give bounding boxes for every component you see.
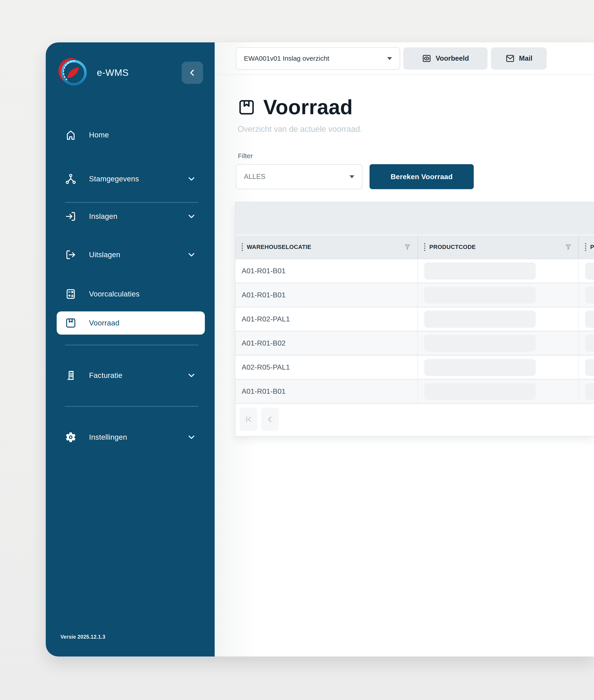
stock-table: WAREHOUSELOCATIE PRODUCTCODE PR A01-R01- — [235, 202, 594, 436]
table-pagination — [235, 403, 594, 435]
table-row[interactable]: A01-R01-B02 — [235, 331, 594, 355]
preview-button[interactable]: Voorbeeld — [403, 47, 488, 70]
sidebar-item-voorcalculaties[interactable]: Voorcalculaties — [46, 287, 214, 302]
table-row[interactable]: A01-R01-B01 — [235, 258, 594, 283]
filter-select[interactable]: ALLES — [236, 164, 362, 189]
warehouse-location-cell: A01-R01-B02 — [242, 339, 286, 347]
chevron-down-icon — [187, 174, 196, 183]
sidebar-item-label: Inslagen — [89, 212, 118, 221]
sidebar-item-facturatie[interactable]: Facturatie — [46, 368, 214, 383]
chevron-down-icon — [187, 433, 196, 442]
sidebar-item-uitslagen[interactable]: Uitslagen — [46, 247, 214, 262]
mail-button-label: Mail — [519, 55, 532, 63]
table-row[interactable]: A02-R05-PAL1 — [235, 355, 594, 379]
eye-preview-icon — [422, 54, 432, 63]
warehouse-location-cell: A01-R02-PAL1 — [242, 315, 290, 323]
sidebar-item-label: Voorraad — [89, 319, 120, 327]
sidebar-item-voorraad[interactable]: Voorraad — [57, 311, 205, 335]
redacted-cell — [585, 359, 594, 376]
chevron-down-icon — [187, 250, 196, 259]
redacted-productcode-cell — [424, 311, 536, 328]
brand-title: e-WMS — [97, 67, 129, 78]
caret-down-icon — [350, 175, 354, 178]
page-title: Voorraad — [263, 96, 353, 119]
table-header-row: WAREHOUSELOCATIE PRODUCTCODE PR — [235, 235, 594, 258]
mail-button[interactable]: Mail — [491, 47, 547, 70]
box-icon — [65, 317, 76, 329]
sidebar-item-inslagen[interactable]: Inslagen — [46, 209, 214, 224]
redacted-cell — [585, 335, 594, 352]
preview-button-label: Voorbeeld — [436, 55, 469, 63]
redacted-cell — [585, 262, 594, 280]
warehouse-location-cell: A01-R01-B01 — [242, 387, 286, 395]
sidebar-item-label: Uitslagen — [89, 250, 120, 259]
sidebar-item-home[interactable]: Home — [46, 128, 214, 142]
topbar: EWA001v01 Inslag overzicht Voorbeeld Mai… — [214, 42, 594, 75]
report-select[interactable]: EWA001v01 Inslag overzicht — [236, 47, 400, 70]
sidebar-collapse-button[interactable] — [182, 62, 203, 84]
warehouse-location-cell: A01-R01-B01 — [242, 291, 286, 299]
redacted-productcode-cell — [424, 262, 536, 280]
main-content: EWA001v01 Inslag overzicht Voorbeeld Mai… — [214, 42, 594, 657]
chevron-left-icon — [266, 415, 274, 424]
redacted-productcode-cell — [424, 383, 536, 400]
drag-handle-icon[interactable] — [585, 243, 586, 251]
sidebar: e-WMS Home Stamgegevens Inslagen Uitslag… — [46, 42, 214, 657]
sidebar-item-instellingen[interactable]: Instellingen — [46, 430, 214, 445]
column-header-warehouselocatie[interactable]: WAREHOUSELOCATIE — [235, 235, 418, 258]
sidebar-header: e-WMS — [59, 57, 203, 88]
box-icon — [237, 98, 256, 116]
chevron-down-icon — [187, 212, 196, 221]
invoice-icon — [65, 370, 76, 381]
column-header-label: WAREHOUSELOCATIE — [247, 244, 311, 250]
version-label: Versie 2025.12.1.3 — [61, 634, 105, 640]
sidebar-divider — [65, 406, 198, 407]
column-header-label: PRODUCTCODE — [429, 244, 476, 250]
redacted-cell — [585, 383, 594, 400]
page-header: Voorraad — [237, 96, 353, 119]
login-arrow-icon — [65, 211, 76, 222]
drag-handle-icon[interactable] — [424, 243, 425, 251]
filter-funnel-icon[interactable] — [565, 243, 572, 251]
home-icon — [65, 129, 76, 141]
sidebar-item-label: Stamgegevens — [89, 175, 139, 183]
redacted-productcode-cell — [424, 287, 536, 304]
filter-select-value: ALLES — [244, 173, 266, 181]
sidebar-item-label: Voorcalculaties — [89, 290, 139, 298]
previous-page-button[interactable] — [261, 408, 279, 431]
table-row[interactable]: A01-R01-B01 — [235, 283, 594, 307]
warehouse-location-cell: A02-R05-PAL1 — [242, 363, 290, 372]
caret-down-icon — [387, 57, 392, 60]
mail-icon — [505, 54, 515, 63]
redacted-cell — [585, 311, 594, 328]
sidebar-divider — [65, 345, 198, 345]
filter-funnel-icon[interactable] — [404, 243, 411, 251]
sidebar-item-stamgegevens[interactable]: Stamgegevens — [46, 172, 214, 186]
table-row[interactable]: A01-R01-B01 — [235, 379, 594, 403]
calculate-stock-button[interactable]: Bereken Voorraad — [369, 164, 474, 189]
filter-label: Filter — [238, 152, 253, 160]
gear-icon — [65, 431, 76, 443]
first-page-button[interactable] — [240, 408, 257, 431]
chevron-down-icon — [187, 371, 196, 380]
drag-handle-icon[interactable] — [242, 243, 243, 251]
ewms-logo — [59, 57, 89, 88]
sidebar-divider — [65, 202, 198, 203]
sidebar-item-label: Facturatie — [89, 371, 123, 380]
report-select-value: EWA001v01 Inslag overzicht — [244, 55, 329, 62]
page-subtitle: Overzicht van de actuele voorraad. — [238, 125, 362, 134]
redacted-productcode-cell — [424, 359, 536, 376]
first-page-icon — [244, 415, 253, 424]
hierarchy-icon — [65, 173, 76, 185]
redacted-cell — [585, 287, 594, 304]
column-header-productcode[interactable]: PRODUCTCODE — [418, 235, 579, 258]
table-row[interactable]: A01-R02-PAL1 — [235, 307, 594, 331]
sidebar-item-label: Instellingen — [89, 433, 127, 442]
app-window: e-WMS Home Stamgegevens Inslagen Uitslag… — [46, 42, 594, 657]
column-header-label: PR — [590, 244, 594, 250]
column-header-pr-truncated[interactable]: PR — [579, 235, 594, 258]
chevron-left-icon — [188, 68, 197, 77]
warehouse-location-cell: A01-R01-B01 — [242, 267, 286, 275]
calculator-icon — [65, 288, 76, 300]
redacted-productcode-cell — [424, 335, 536, 352]
